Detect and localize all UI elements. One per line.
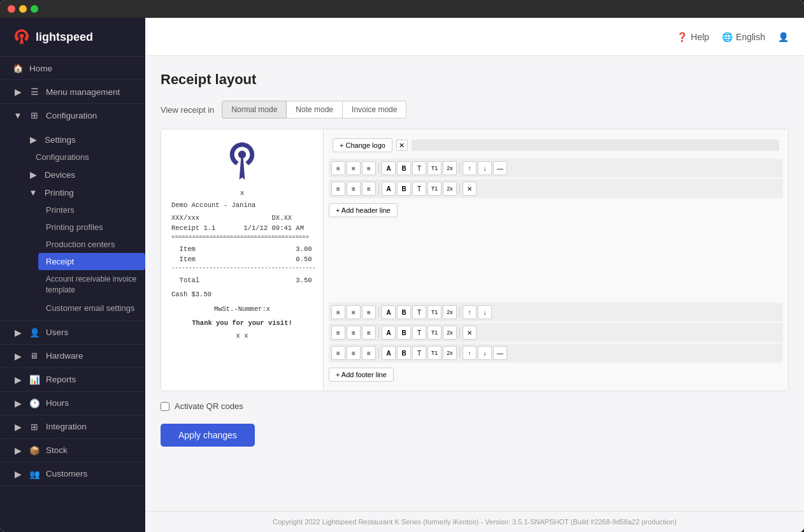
f-font-t1-btn-1[interactable]: T1 <box>427 305 441 319</box>
f-font-t-btn-1[interactable]: T <box>412 305 426 319</box>
close-btn-2[interactable]: ✕ <box>463 182 477 196</box>
font-a-btn-1[interactable]: A <box>382 161 396 175</box>
sidebar-item-printers[interactable]: Printers <box>38 201 145 219</box>
font-t1-btn-2[interactable]: T1 <box>427 182 441 196</box>
f-font-2x-btn-1[interactable]: 2x <box>443 305 457 319</box>
add-footer-line-button[interactable]: + Add footer line <box>329 368 394 382</box>
sidebar-item-receipt[interactable]: Receipt <box>38 253 145 270</box>
mode-invoice-button[interactable]: Invoice mode <box>343 101 406 119</box>
user-profile-button[interactable]: 👤 <box>778 32 789 42</box>
f-font-a-btn-2[interactable]: A <box>382 326 396 340</box>
add-header-line-row: + Add header line <box>329 199 783 221</box>
align-right-btn-2[interactable]: ≡ <box>362 182 376 196</box>
f-move-down-btn-1[interactable]: ↓ <box>478 305 492 319</box>
help-icon: ❓ <box>677 32 687 42</box>
f-align-left-btn-2[interactable]: ≡ <box>331 326 345 340</box>
change-logo-button[interactable]: + Change logo <box>333 138 392 152</box>
f-move-up-btn-3[interactable]: ↑ <box>463 346 477 360</box>
sidebar-item-users[interactable]: ▶ 👤 Users <box>0 321 145 344</box>
f-font-b-btn-1[interactable]: B <box>397 305 411 319</box>
app-window: lightspeed 🏠 Home ▶ ☰ Menu management <box>0 0 804 532</box>
f-font-b-btn-3[interactable]: B <box>397 346 411 360</box>
add-header-line-button[interactable]: + Add header line <box>329 203 398 217</box>
f-font-t-btn-3[interactable]: T <box>412 346 426 360</box>
align-center-btn-1[interactable]: ≡ <box>347 161 361 175</box>
f-align-center-btn-2[interactable]: ≡ <box>347 326 361 340</box>
remove-logo-button[interactable]: ✕ <box>396 140 408 151</box>
f-align-left-btn-3[interactable]: ≡ <box>331 346 345 360</box>
sidebar-label-printing-profiles: Printing profiles <box>46 222 103 232</box>
f-font-2x-btn-2[interactable]: 2x <box>443 326 457 340</box>
sidebar-item-stock[interactable]: ▶ 📦 Stock <box>0 439 145 462</box>
receipt-preview: x Demo Account - Janina XXX/xxx DX.XX Re… <box>161 129 324 391</box>
f-align-right-btn-2[interactable]: ≡ <box>362 326 376 340</box>
receipt-dashes: ----------------------------------------… <box>171 264 313 273</box>
sidebar-item-configurations[interactable]: Configurations <box>28 148 145 166</box>
sidebar-item-hours[interactable]: ▶ 🕐 Hours <box>0 392 145 415</box>
f-move-up-btn-1[interactable]: ↑ <box>463 305 477 319</box>
f-font-t1-btn-3[interactable]: T1 <box>427 346 441 360</box>
language-selector[interactable]: 🌐 English <box>722 32 765 42</box>
f-move-down-btn-3[interactable]: ↓ <box>478 346 492 360</box>
font-2x-btn-2[interactable]: 2x <box>443 182 457 196</box>
font-a-btn-2[interactable]: A <box>382 182 396 196</box>
mode-note-button[interactable]: Note mode <box>287 101 343 119</box>
f-dash-btn-3[interactable]: — <box>493 346 507 360</box>
f-font-a-btn-3[interactable]: A <box>382 346 396 360</box>
help-button[interactable]: ❓ Help <box>677 32 709 42</box>
f-sep1 <box>378 307 379 317</box>
sidebar-item-account-receivable[interactable]: Account receivable invoice template <box>38 270 145 299</box>
f-align-left-btn-1[interactable]: ≡ <box>331 305 345 319</box>
font-b-btn-1[interactable]: B <box>397 161 411 175</box>
f-align-right-btn-1[interactable]: ≡ <box>362 305 376 319</box>
font-2x-btn-1[interactable]: 2x <box>443 161 457 175</box>
receipt-item2: Item 0.50 <box>171 255 313 265</box>
maximize-dot[interactable] <box>31 5 38 13</box>
sidebar-printing-sub: Printers Printing profiles Production ce… <box>28 201 145 317</box>
activate-qr-checkbox[interactable] <box>161 402 169 411</box>
move-up-btn-1[interactable]: ↑ <box>463 161 477 175</box>
f-align-right-btn-3[interactable]: ≡ <box>362 346 376 360</box>
f-font-b-btn-2[interactable]: B <box>397 326 411 340</box>
mode-normal-button[interactable]: Normal mode <box>222 101 287 119</box>
sidebar-item-devices[interactable]: ▶ Devices <box>28 166 145 183</box>
close-dot[interactable] <box>8 5 15 13</box>
font-b-btn-2[interactable]: B <box>397 182 411 196</box>
align-center-btn-2[interactable]: ≡ <box>347 182 361 196</box>
f-font-a-btn-1[interactable]: A <box>382 305 396 319</box>
qr-label[interactable]: Activate QR codes <box>175 401 243 411</box>
font-t-btn-1[interactable]: T <box>412 161 426 175</box>
f-align-center-btn-3[interactable]: ≡ <box>347 346 361 360</box>
sidebar-item-menu-management[interactable]: ▶ ☰ Menu management <box>0 80 145 103</box>
sidebar-item-reports[interactable]: ▶ 📊 Reports <box>0 368 145 391</box>
dash-btn-1[interactable]: — <box>493 161 507 175</box>
controls-panel: + Change logo ✕ ≡ ≡ ≡ <box>324 129 788 391</box>
footer-control-row-1: ≡ ≡ ≡ A B T T1 2x ↑ ↓ <box>329 303 783 322</box>
minimize-dot[interactable] <box>19 5 27 13</box>
page-title: Receipt layout <box>161 71 789 88</box>
sidebar-item-settings[interactable]: ▶ Settings <box>28 131 145 148</box>
f-close-btn-2[interactable]: ✕ <box>463 326 477 340</box>
sidebar-item-production-centers[interactable]: Production centers <box>38 236 145 253</box>
f-font-2x-btn-3[interactable]: 2x <box>443 346 457 360</box>
sidebar-item-configuration[interactable]: ▼ ⊞ Configuration <box>0 104 145 127</box>
sidebar-item-printing-profiles[interactable]: Printing profiles <box>38 219 145 236</box>
f-font-t-btn-2[interactable]: T <box>412 326 426 340</box>
move-down-btn-1[interactable]: ↓ <box>478 161 492 175</box>
sidebar-item-customers[interactable]: ▶ 👥 Customers <box>0 463 145 485</box>
f-font-t1-btn-2[interactable]: T1 <box>427 326 441 340</box>
apply-changes-button[interactable]: Apply changes <box>161 424 255 447</box>
sidebar-item-customer-email[interactable]: Customer email settings <box>38 299 145 317</box>
sidebar-item-printing[interactable]: ▼ Printing <box>28 183 145 201</box>
align-left-btn-1[interactable]: ≡ <box>331 161 345 175</box>
align-left-btn-2[interactable]: ≡ <box>331 182 345 196</box>
font-t1-btn-1[interactable]: T1 <box>427 161 441 175</box>
clock-icon: 🕐 <box>29 398 39 408</box>
sidebar-item-hardware[interactable]: ▶ 🖥 Hardware <box>0 345 145 368</box>
font-t-btn-2[interactable]: T <box>412 182 426 196</box>
sidebar-item-home[interactable]: 🏠 Home <box>0 57 145 80</box>
sidebar-section-users: ▶ 👤 Users <box>0 321 145 345</box>
sidebar-item-integration[interactable]: ▶ ⊞ Integration <box>0 415 145 438</box>
align-right-btn-1[interactable]: ≡ <box>362 161 376 175</box>
f-align-center-btn-1[interactable]: ≡ <box>347 305 361 319</box>
